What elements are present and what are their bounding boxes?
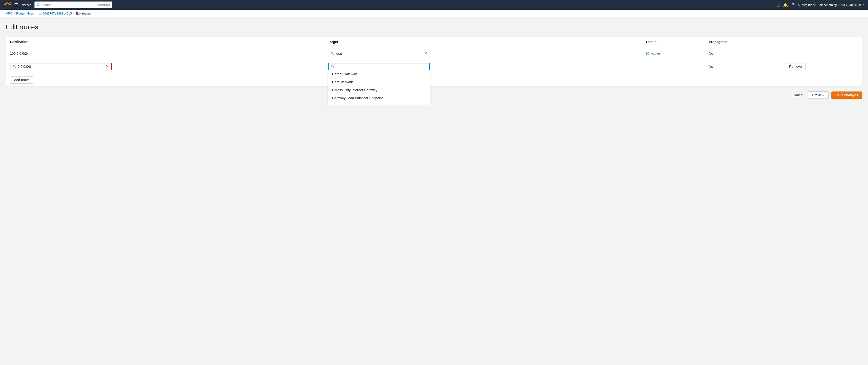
propagated-value-2: No [705, 60, 782, 73]
svg-rect-2 [14, 6, 18, 6]
status-active: Active [646, 52, 701, 56]
col-status: Status [642, 37, 705, 47]
status-cell-2: – [642, 60, 705, 73]
search-input[interactable] [41, 3, 96, 7]
svg-rect-1 [14, 5, 18, 5]
destination-value: 100.0.0.0/24 [6, 47, 324, 60]
target-local-value: local [336, 52, 423, 56]
destination-input[interactable] [18, 65, 104, 68]
footer-actions: Cancel Preview Save changes [6, 92, 862, 99]
add-route-button[interactable]: Add route [10, 76, 33, 84]
bell-icon[interactable]: 🔔 [783, 3, 788, 7]
breadcrumb: VPC › Route tables › rtb-09d7767e8883c45… [0, 10, 868, 18]
remove-route-button[interactable]: Remove [785, 63, 805, 70]
breadcrumb-vpc[interactable]: VPC [6, 12, 12, 15]
save-changes-button[interactable]: Save changes [831, 92, 862, 99]
nav-right: ◿ 🔔 ? N. Virginia aleccham @ 0393-2340-8… [776, 3, 864, 7]
status-cell: Active [642, 47, 705, 60]
routes-table-container: Destination Target Status Propagated 100… [6, 37, 862, 87]
target-dropdown: Carrier Gateway Core Network Egress Only… [328, 70, 430, 105]
dropdown-item-gateway-lb[interactable]: Gateway Load Balancer Endpoint [328, 94, 430, 102]
add-route-area: Add route [6, 73, 862, 87]
table-row: 100.0.0.0/24 local ✕ [6, 47, 862, 60]
breadcrumb-rtb-id[interactable]: rtb-09d7767e8883c45c5 [38, 12, 72, 15]
region-selector[interactable]: N. Virginia [798, 3, 816, 7]
destination-edit-cell: ✕ [6, 60, 324, 73]
table-header-row: Destination Target Status Propagated [6, 37, 862, 47]
target-search-wrapper: Carrier Gateway Core Network Egress Only… [328, 63, 430, 70]
breadcrumb-sep-1: › [14, 12, 15, 15]
target-local-input[interactable]: local ✕ [328, 50, 430, 57]
col-target: Target [324, 37, 642, 47]
clear-target-button[interactable]: ✕ [424, 52, 427, 56]
col-actions [782, 37, 862, 47]
dropdown-item-carrier-gateway[interactable]: Carrier Gateway [328, 70, 430, 78]
top-navigation: Services [Option+S] ◿ 🔔 ? N. Virginia al… [0, 0, 868, 10]
status-icon [646, 52, 649, 55]
dropdown-item-core-network[interactable]: Core Network [328, 78, 430, 86]
help-icon[interactable]: ? [792, 3, 794, 7]
destination-input-wrapper: ✕ [10, 63, 112, 70]
svg-rect-0 [14, 3, 18, 4]
search-hint: [Option+S] [97, 3, 110, 6]
svg-line-10 [333, 67, 334, 68]
breadcrumb-sep-2: › [35, 12, 36, 15]
target-search-cell: Carrier Gateway Core Network Egress Only… [324, 60, 642, 73]
col-destination: Destination [6, 37, 324, 47]
target-cell: local ✕ [324, 47, 642, 60]
actions-cell-2: Remove [782, 60, 862, 73]
svg-line-4 [38, 5, 39, 6]
actions-cell-1 [782, 47, 862, 60]
breadcrumb-sep-3: › [73, 12, 74, 15]
status-label: Active [651, 52, 660, 56]
services-menu[interactable]: Services [14, 3, 31, 7]
global-search[interactable]: [Option+S] [34, 1, 112, 8]
clear-destination-button[interactable]: ✕ [106, 65, 109, 68]
target-search-input-field[interactable] [328, 63, 430, 70]
propagated-value: No [705, 47, 782, 60]
routes-table: Destination Target Status Propagated 100… [6, 37, 862, 73]
page-title: Edit routes [6, 23, 862, 31]
breadcrumb-current: Edit routes [76, 12, 91, 15]
preview-button[interactable]: Preview [808, 92, 829, 99]
target-search-input[interactable] [336, 65, 427, 68]
dropdown-item-egress-only[interactable]: Egress Only Internet Gateway [328, 86, 430, 94]
user-menu[interactable]: aleccham @ 0393-2340-8238 [819, 3, 864, 7]
aws-logo[interactable] [4, 2, 12, 8]
svg-line-6 [333, 54, 334, 55]
dropdown-item-instance[interactable]: Instance [328, 102, 430, 105]
cancel-button[interactable]: Cancel [791, 92, 805, 99]
col-propagated: Propagated [705, 37, 782, 47]
cloud-icon[interactable]: ◿ [776, 3, 779, 7]
table-row: ✕ [6, 60, 862, 73]
page-content: Edit routes Destination Target Status Pr… [0, 18, 868, 105]
svg-line-8 [15, 67, 16, 68]
breadcrumb-route-tables[interactable]: Route tables [16, 12, 34, 15]
